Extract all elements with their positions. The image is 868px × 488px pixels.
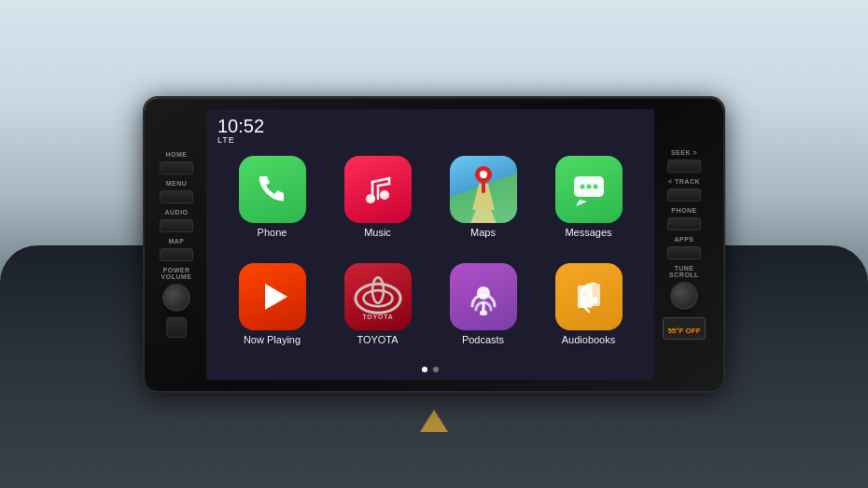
app-phone[interactable]: Phone <box>225 156 319 252</box>
seek-label: SEEK > <box>671 149 697 156</box>
toyota-icon: TOYOTA <box>344 263 412 330</box>
podcasts-label: Podcasts <box>462 334 504 345</box>
lte-indicator: LTE <box>217 135 264 145</box>
app-music[interactable]: Music <box>330 156 425 252</box>
svg-point-9 <box>593 184 597 188</box>
svg-rect-19 <box>585 284 600 306</box>
maps-label: Maps <box>470 227 496 238</box>
apps-button[interactable] <box>667 246 701 259</box>
svg-text:TOYOTA: TOYOTA <box>362 314 393 320</box>
apps-label: APPS <box>674 236 693 243</box>
volume-knob[interactable] <box>162 284 190 312</box>
map-button[interactable] <box>160 248 193 261</box>
time-display: 10:52 LTE <box>217 117 264 145</box>
left-button-panel: HOME MENU AUDIO MAP POWER VOLUME <box>152 151 201 338</box>
svg-rect-21 <box>593 297 597 304</box>
head-unit-container: HOME MENU AUDIO MAP POWER VOLUME <box>145 98 723 391</box>
app-maps[interactable]: Maps <box>436 156 530 252</box>
audio-button[interactable] <box>160 219 193 232</box>
tune-knob[interactable] <box>670 282 698 310</box>
svg-point-11 <box>355 284 399 313</box>
phone-button-group: PHONE <box>667 207 701 230</box>
status-bar: 10:52 LTE <box>206 109 654 148</box>
svg-point-8 <box>586 184 591 188</box>
home-label: HOME <box>166 151 188 158</box>
page-dot-1 <box>422 367 427 372</box>
menu-button-group: MENU <box>160 180 193 203</box>
apps-button-group: APPS <box>667 236 701 259</box>
tune-scroll-group: TUNE SCROLL <box>669 265 699 310</box>
toyota-label: TOYOTA <box>357 334 398 345</box>
phone-icon <box>239 156 306 223</box>
svg-marker-2 <box>470 210 497 223</box>
screen-content: 10:52 LTE Phone <box>206 109 654 380</box>
clock: 10:52 <box>217 117 264 135</box>
nowplaying-label: Now Playing <box>244 334 301 345</box>
track-button[interactable] <box>667 188 701 202</box>
app-audiobooks[interactable]: Audiobooks <box>541 263 636 359</box>
audiobooks-label: Audiobooks <box>562 334 616 345</box>
infotainment-screen[interactable]: 10:52 LTE Phone <box>206 109 654 380</box>
podcasts-icon <box>450 263 517 330</box>
audiobooks-icon <box>555 263 623 330</box>
power-label: POWER VOLUME <box>161 267 192 280</box>
map-button-group: MAP <box>160 238 193 261</box>
app-grid: Phone Music <box>206 148 654 367</box>
phone-label: Phone <box>258 227 287 238</box>
right-button-panel: SEEK > < TRACK PHONE APPS TUNE SCROLL <box>660 149 708 340</box>
svg-point-7 <box>580 184 584 188</box>
svg-point-0 <box>366 194 375 203</box>
page-dot-2 <box>433 367 439 372</box>
square-button[interactable] <box>166 317 187 338</box>
map-label: MAP <box>168 238 184 244</box>
svg-rect-17 <box>480 311 487 315</box>
messages-label: Messages <box>565 227 611 238</box>
phone-hw-button[interactable] <box>667 217 701 230</box>
home-button[interactable] <box>160 161 193 174</box>
track-label: < TRACK <box>668 178 700 185</box>
music-label: Music <box>364 227 391 238</box>
music-icon <box>344 156 412 223</box>
app-nowplaying[interactable]: Now Playing <box>225 263 319 359</box>
head-unit: HOME MENU AUDIO MAP POWER VOLUME <box>145 98 723 391</box>
phone-hw-label: PHONE <box>671 207 696 214</box>
app-toyota[interactable]: TOYOTA TOYOTA <box>330 263 425 359</box>
app-podcasts[interactable]: Podcasts <box>436 263 530 359</box>
svg-point-1 <box>380 190 389 200</box>
seek-button-group: SEEK > <box>667 149 701 173</box>
tune-label: TUNE SCROLL <box>669 265 699 278</box>
nowplaying-icon <box>239 263 306 330</box>
track-button-group: < TRACK <box>667 178 701 202</box>
messages-icon <box>555 156 623 223</box>
audio-button-group: AUDIO <box>160 209 193 232</box>
menu-label: MENU <box>166 180 188 187</box>
seek-button[interactable] <box>667 160 701 173</box>
power-volume-group: POWER VOLUME <box>161 267 192 312</box>
maps-icon <box>450 156 517 223</box>
home-button-group: HOME <box>160 151 193 174</box>
status-display: 55°F OFF <box>667 327 700 335</box>
menu-button[interactable] <box>160 190 193 203</box>
svg-marker-10 <box>265 284 287 310</box>
svg-rect-20 <box>581 297 585 304</box>
audio-label: AUDIO <box>164 209 188 216</box>
svg-point-5 <box>480 171 487 178</box>
app-messages[interactable]: Messages <box>541 156 636 252</box>
svg-point-15 <box>477 286 490 300</box>
page-dots <box>206 367 654 380</box>
warning-triangle-icon <box>420 410 448 432</box>
